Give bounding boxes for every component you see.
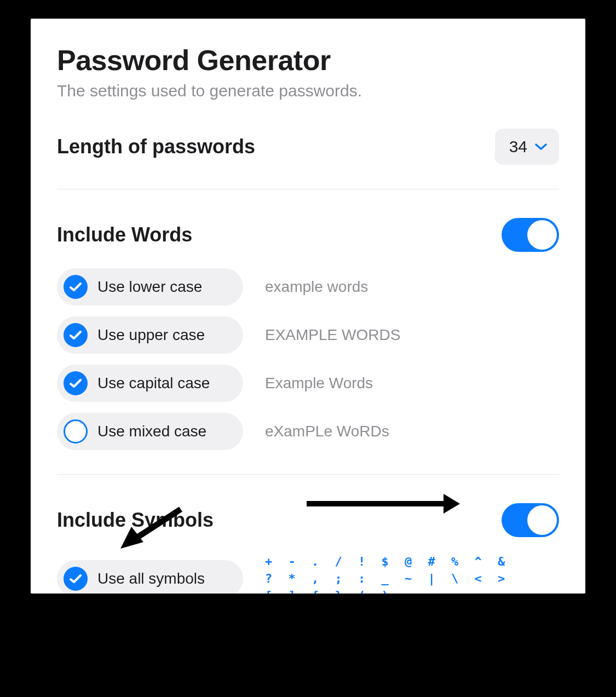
checkmark-icon: [64, 323, 88, 347]
include-words-label: Include Words: [57, 223, 192, 246]
option-label: Use capital case: [97, 375, 210, 392]
circle-unchecked-icon: [64, 419, 88, 443]
checkmark-icon: [64, 275, 88, 299]
settings-panel: Password Generator The settings used to …: [31, 19, 585, 594]
option-capital-case[interactable]: Use capital case: [57, 365, 243, 402]
include-symbols-row: Include Symbols: [57, 503, 559, 537]
length-label: Length of passwords: [57, 135, 255, 158]
option-example: + - . / ! $ @ # % ^ & ? * , ; : _ ~ | \ …: [265, 554, 517, 594]
include-symbols-label: Include Symbols: [57, 509, 214, 532]
option-mixed-case[interactable]: Use mixed case: [57, 413, 243, 450]
divider: [57, 474, 559, 475]
option-label: Use mixed case: [97, 423, 206, 440]
option-label: Use upper case: [97, 326, 205, 344]
words-options: Use lower case example words Use upper c…: [57, 268, 559, 450]
option-example: eXamPLe WoRDs: [265, 423, 559, 440]
option-example: example words: [265, 278, 559, 296]
toggle-knob: [527, 505, 557, 535]
option-example: EXAMPLE WORDS: [265, 326, 559, 344]
option-example: Example Words: [265, 375, 559, 392]
toggle-knob: [527, 220, 557, 250]
page-subtitle: The settings used to generate passwords.: [57, 82, 559, 100]
chevron-down-icon: [535, 143, 547, 151]
include-symbols-toggle[interactable]: [502, 503, 559, 537]
option-all-symbols[interactable]: Use all symbols: [57, 560, 243, 594]
checkmark-icon: [64, 567, 88, 591]
divider: [57, 189, 559, 189]
page-title: Password Generator: [57, 45, 559, 76]
symbols-options: Use all symbols + - . / ! $ @ # % ^ & ? …: [57, 554, 559, 594]
include-words-row: Include Words: [57, 218, 559, 252]
option-lower-case[interactable]: Use lower case: [57, 268, 243, 306]
length-select[interactable]: 34: [495, 129, 559, 165]
option-upper-case[interactable]: Use upper case: [57, 316, 243, 354]
include-words-toggle[interactable]: [502, 218, 559, 252]
checkmark-icon: [64, 371, 88, 395]
length-value: 34: [509, 137, 527, 156]
length-row: Length of passwords 34: [57, 129, 559, 165]
option-label: Use all symbols: [97, 570, 205, 587]
option-label: Use lower case: [97, 278, 202, 296]
